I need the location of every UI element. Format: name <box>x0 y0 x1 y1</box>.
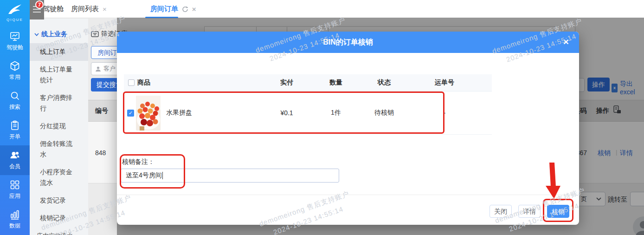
submenu-group-online-business[interactable]: 线上业务 <box>30 19 88 43</box>
submenu-item-online-orders[interactable]: 线上订单 <box>30 43 88 61</box>
notification-badge[interactable]: 7 <box>35 0 44 9</box>
submenu-group-label: 线上业务 <box>41 30 67 39</box>
tab-label: 房间列表 <box>71 5 99 13</box>
cube-icon <box>9 60 20 72</box>
sidebar-item-label: 驾驶舱 <box>6 44 23 52</box>
modal-header: BIN的订单核销 × <box>117 32 579 53</box>
product-name: 水果拼盘 <box>166 109 192 117</box>
cell-paid: ¥0.1 <box>259 109 315 117</box>
detail-button[interactable]: 详情 <box>518 205 541 218</box>
remark-label: 核销备注： <box>122 158 155 166</box>
tab-room-list[interactable]: 房间列表 × <box>71 0 107 18</box>
sidebar-item-dashboard[interactable]: 驾驶舱 <box>0 26 30 56</box>
column-serial: 编号 <box>95 107 108 115</box>
cell-status: 待核销 <box>357 109 411 117</box>
sidebar-item-label: 开单 <box>9 133 20 141</box>
apps-grid-icon <box>9 179 20 190</box>
submenu-item-verify-records[interactable]: 核销记录 <box>30 209 88 227</box>
brand-logo: QIQUE <box>6 3 23 22</box>
header-paid: 实付 <box>259 78 315 87</box>
submenu-item-dividend-withdraw[interactable]: 分红提现 <box>30 118 88 135</box>
tab-room-orders[interactable]: 房间订单 × <box>150 0 196 18</box>
sidebar-item-label: 应用 <box>9 192 20 200</box>
sidebar-nav: 驾驶舱 常用 搜索 开单 会员 <box>0 26 30 235</box>
secondary-sidebar: 线上业务 线上订单 线上订单量统计 客户消费排行 分红提现 佣金转账流水 小程序… <box>30 19 88 235</box>
modal-close-icon[interactable]: × <box>563 37 569 47</box>
submenu-item-shipping-records[interactable]: 发货记录 <box>30 192 88 209</box>
chevron-down-icon <box>34 33 39 36</box>
close-tab-icon[interactable]: × <box>192 5 196 13</box>
tab-label: 房间订单 <box>150 5 178 13</box>
submenu-item-miniprogram-funds[interactable]: 小程序资金流水 <box>30 163 88 192</box>
primary-sidebar: QIQUE 驾驶舱 常用 搜索 开单 <box>0 0 30 235</box>
brand-name: QIQUE <box>6 18 23 22</box>
sidebar-item-label: 数据 <box>9 222 20 230</box>
tab-dashboard[interactable]: 驾驶舱 <box>43 0 64 18</box>
header-status: 状态 <box>357 78 411 87</box>
submenu-item-order-stats[interactable]: 线上订单量统计 <box>30 61 88 89</box>
product-image <box>136 96 161 131</box>
text-cursor <box>162 172 163 179</box>
close-button[interactable]: 关闭 <box>489 205 512 218</box>
tab-bar: 7 驾驶舱 房间列表 × 房间订单 × <box>30 0 644 18</box>
sidebar-item-common[interactable]: 常用 <box>0 56 30 86</box>
header-product: 商品 <box>137 78 150 87</box>
order-verification-modal: BIN的订单核销 × 商品 实付 数量 状态 运单号 ✓ <box>117 32 579 225</box>
submenu-item-customer-ranking[interactable]: 客户消费排行 <box>30 89 88 118</box>
select-all-checkbox[interactable] <box>128 79 135 86</box>
cell-waybill: - <box>411 109 478 117</box>
sidebar-item-label: 常用 <box>9 73 20 81</box>
sidebar-item-billing[interactable]: 开单 <box>0 116 30 145</box>
submenu-item-store-income[interactable]: 店内实收流水 <box>30 227 88 235</box>
store-filter-icon <box>91 31 99 38</box>
modal-title: BIN的订单核销 <box>117 32 579 53</box>
modal-table-header: 商品 实付 数量 状态 运单号 <box>124 74 492 91</box>
fruit-platter-image <box>136 96 161 131</box>
refresh-icon[interactable] <box>182 6 188 13</box>
header-quantity: 数量 <box>315 78 357 87</box>
row-serial-value: 848 <box>95 149 106 157</box>
clipboard-icon <box>9 120 20 131</box>
product-checkbox-checked[interactable]: ✓ <box>127 110 134 117</box>
bar-chart-icon <box>9 209 20 220</box>
sidebar-item-data[interactable]: 数据 <box>0 205 30 235</box>
verify-button[interactable]: 核销 <box>547 205 569 218</box>
close-tab-icon[interactable]: × <box>103 5 107 13</box>
person-icon <box>95 66 101 72</box>
sidebar-item-label: 搜索 <box>9 103 20 111</box>
sidebar-item-label: 会员 <box>9 163 20 170</box>
sidebar-item-search[interactable]: 搜索 <box>0 86 30 116</box>
product-row[interactable]: ✓ <box>124 91 492 135</box>
remark-input[interactable]: 送至4号房间 <box>121 169 339 183</box>
sidebar-item-apps[interactable]: 应用 <box>0 175 30 205</box>
bird-logo-icon <box>7 3 22 15</box>
members-icon <box>9 150 20 161</box>
remark-value: 送至4号房间 <box>126 171 162 180</box>
submenu-item-commission-flow[interactable]: 佣金转账流水 <box>30 135 88 163</box>
tab-list: 驾驶舱 房间列表 × 房间订单 × <box>43 0 196 18</box>
modal-footer: 关闭 详情 核销 <box>117 195 579 225</box>
cell-quantity: 1件 <box>315 109 357 117</box>
customer-input-placeholder: 客户 <box>103 65 116 73</box>
header-waybill: 运单号 <box>411 78 478 87</box>
modal-product-table: 商品 实付 数量 状态 运单号 ✓ <box>124 74 492 135</box>
tab-label: 驾驶舱 <box>43 5 64 13</box>
dashboard-monitor-icon <box>9 31 20 42</box>
search-icon <box>9 90 20 101</box>
sidebar-item-members[interactable]: 会员 <box>0 145 30 175</box>
